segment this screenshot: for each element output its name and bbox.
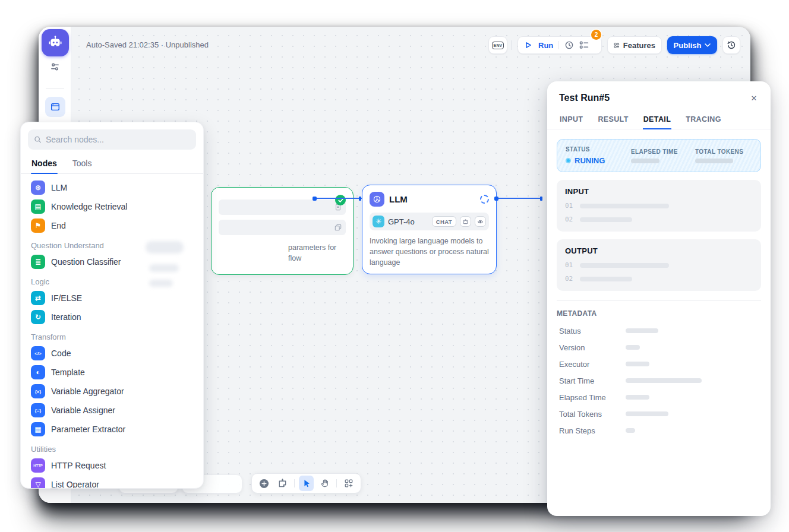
variable-aggregator-icon: {x}: [31, 384, 45, 398]
run-button[interactable]: Run: [538, 41, 553, 50]
run-history-icon[interactable]: [564, 40, 574, 50]
robot-badge-icon: [460, 216, 471, 227]
total-tokens-label: TOTAL TOKENS: [695, 148, 743, 155]
start-node-description: parameters for flow: [219, 242, 346, 264]
llm-node-description: Invoking large language models to answer…: [370, 236, 489, 268]
run-button-group: Run: [517, 36, 602, 54]
add-note-button[interactable]: [276, 476, 291, 491]
node-list: ⊛ LLM ▤ Knowledge Retrieval ⚑ End Questi…: [21, 174, 203, 489]
node-panel-tabs: Nodes Tools: [21, 153, 203, 174]
status-label: STATUS: [566, 146, 631, 153]
features-icon: [614, 41, 620, 50]
value-placeholder: [626, 362, 649, 366]
tab-result[interactable]: RESULT: [597, 109, 629, 129]
app-logo[interactable]: [42, 29, 69, 56]
metadata-title: METADATA: [557, 309, 761, 318]
edge-start-to-llm: [315, 198, 362, 199]
add-node-button[interactable]: [257, 476, 272, 491]
workflow-panel-button[interactable]: [45, 97, 65, 117]
tab-nodes[interactable]: Nodes: [31, 153, 58, 173]
total-tokens-placeholder: [695, 159, 733, 163]
preferences-icon[interactable]: [49, 61, 61, 75]
value-placeholder: [626, 428, 635, 433]
edge-handle[interactable]: [313, 197, 317, 201]
publish-button[interactable]: Publish: [667, 36, 717, 54]
flag-icon: ⚑: [31, 218, 45, 233]
output-placeholder: [580, 277, 632, 281]
tab-tools[interactable]: Tools: [72, 153, 93, 173]
tab-tracing[interactable]: TRACING: [685, 109, 722, 129]
node-item-llm[interactable]: ⊛ LLM: [26, 178, 198, 197]
search-input[interactable]: [46, 135, 190, 144]
input-placeholder: [580, 204, 669, 208]
notification-badge: 2: [591, 30, 601, 40]
output-section: OUTPUT 01 02: [557, 239, 761, 291]
line-number: 02: [565, 275, 573, 283]
metadata-row: Status: [557, 322, 761, 339]
classifier-icon: ≣: [31, 255, 45, 269]
start-node-field: [219, 200, 346, 215]
metadata-row: Version: [557, 339, 761, 356]
running-dot-icon: [566, 158, 571, 163]
play-icon: [525, 42, 532, 49]
node-item-variable-assigner[interactable]: {=} Variable Assigner: [26, 401, 198, 420]
section-header: Transform: [26, 327, 198, 344]
node-item-parameter-extractor[interactable]: ▦ Parameter Extractor: [26, 420, 198, 439]
history-icon: [727, 40, 736, 50]
value-placeholder: [626, 378, 702, 383]
version-history-button[interactable]: [722, 36, 740, 54]
value-placeholder: [626, 411, 668, 416]
model-name: GPT-4o: [388, 217, 415, 226]
start-node[interactable]: parameters for flow: [211, 187, 354, 275]
canvas-toolbar: [251, 473, 361, 493]
output-placeholder: [580, 263, 669, 268]
metadata-row: Start Time: [557, 372, 761, 389]
node-item-if-else[interactable]: ⇄ IF/ELSE: [26, 289, 198, 308]
checklist-icon[interactable]: [579, 40, 589, 50]
tab-detail[interactable]: DETAIL: [643, 109, 671, 129]
llm-node[interactable]: LLM ✳ GPT-4o CHAT Invoking large languag…: [362, 185, 497, 274]
env-button[interactable]: ENV: [488, 36, 507, 54]
node-item-variable-aggregator[interactable]: {x} Variable Aggregator: [26, 382, 198, 401]
node-item-iteration[interactable]: ↻ Iteration: [26, 308, 198, 327]
eye-badge-icon: [475, 216, 486, 227]
line-number: 01: [565, 202, 573, 210]
edge-handle[interactable]: [494, 197, 498, 201]
features-button[interactable]: Features: [607, 36, 662, 54]
book-icon: ▤: [31, 200, 45, 214]
edge-handle: [359, 197, 361, 201]
tab-input[interactable]: INPUT: [559, 109, 583, 129]
start-node-field: [219, 220, 346, 235]
hand-tool-button[interactable]: [318, 476, 333, 491]
status-value: RUNING: [566, 156, 631, 165]
metadata-rows: Status Version Executor Start Time Elaps…: [557, 322, 761, 439]
node-item-end[interactable]: ⚑ End: [26, 216, 198, 235]
node-item-http-request[interactable]: HTTP HTTP Request: [26, 456, 198, 475]
toolbar-divider: [294, 479, 295, 487]
node-item-list-operator[interactable]: ▽ List Operator: [26, 475, 198, 489]
value-placeholder: [626, 395, 649, 400]
template-icon: ◐: [31, 365, 45, 379]
section-header: Logic: [26, 271, 198, 289]
blurred-node-ghost: [146, 241, 184, 254]
elapsed-time-placeholder: [631, 159, 659, 163]
branch-icon: ⇄: [31, 291, 45, 305]
node-item-template[interactable]: ◐ Template: [26, 363, 198, 382]
model-selector[interactable]: ✳ GPT-4o CHAT: [370, 213, 489, 230]
node-item-code[interactable]: </> Code: [26, 344, 198, 363]
line-number: 02: [565, 216, 573, 223]
close-icon[interactable]: ✕: [747, 91, 761, 105]
metadata-row: Executor: [557, 356, 761, 372]
robot-icon: [47, 34, 64, 51]
section-divider: [557, 300, 761, 301]
env-icon: ENV: [492, 42, 504, 49]
run-panel-tabs: INPUT RESULT DETAIL TRACING: [547, 109, 771, 129]
input-section: INPUT 01 02: [557, 180, 761, 232]
pointer-tool-button[interactable]: [299, 476, 314, 491]
input-placeholder: [580, 217, 632, 222]
node-item-knowledge-retrieval[interactable]: ▤ Knowledge Retrieval: [26, 197, 198, 216]
http-icon: HTTP: [31, 458, 45, 473]
node-search-box[interactable]: [28, 129, 196, 150]
organize-nodes-button[interactable]: [341, 476, 356, 491]
elapsed-time-label: ELAPSED TIME: [631, 148, 695, 155]
